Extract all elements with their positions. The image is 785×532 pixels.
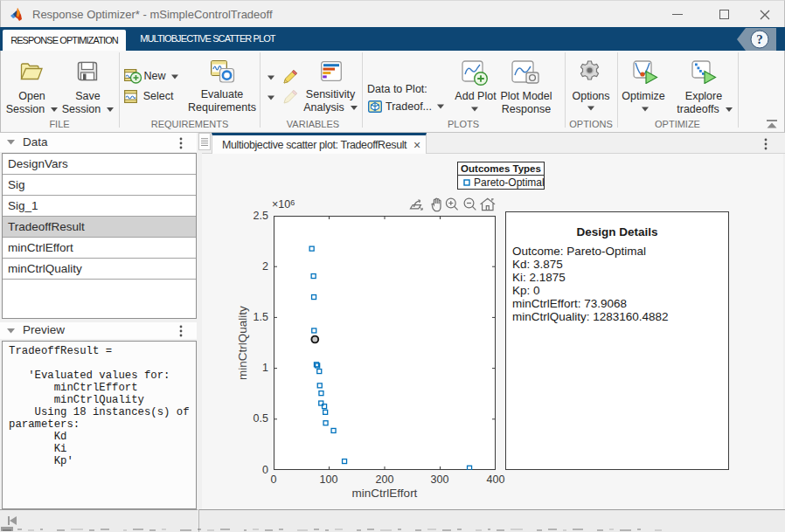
svg-text:?: ? bbox=[756, 32, 763, 46]
